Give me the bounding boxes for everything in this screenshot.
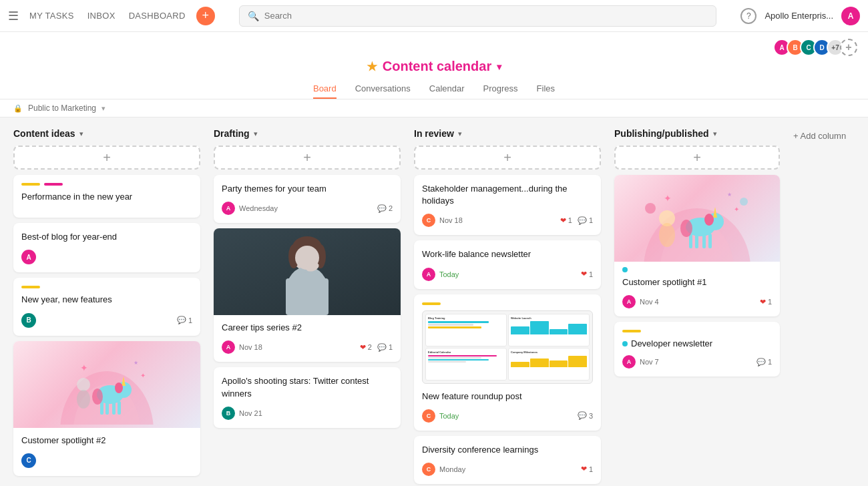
comment-count: 3 bbox=[589, 412, 593, 420]
card-customer-spotlight-1[interactable]: ✦ ✦ ★ bbox=[614, 175, 780, 316]
add-card-publishing[interactable]: + bbox=[614, 146, 780, 170]
card-party-themes[interactable]: Party themes for your team A Wednesday 💬… bbox=[214, 175, 401, 223]
card-content: Customer spotlight #2 C bbox=[13, 428, 200, 476]
svg-text:★: ★ bbox=[727, 192, 732, 198]
add-card-drafting[interactable]: + bbox=[214, 146, 401, 170]
card-footer: A Nov 7 💬 1 bbox=[622, 355, 772, 369]
svg-point-35 bbox=[680, 220, 692, 237]
person-photo bbox=[214, 228, 401, 315]
help-button[interactable]: ? bbox=[740, 8, 756, 24]
project-chevron[interactable]: ▾ bbox=[497, 61, 501, 72]
card-avatar: A bbox=[622, 355, 636, 369]
card-footer: C bbox=[21, 453, 192, 468]
svg-point-9 bbox=[115, 383, 123, 393]
nav-dashboard[interactable]: DASHBOARD bbox=[129, 11, 186, 21]
card-actions: 💬 3 bbox=[578, 411, 593, 420]
project-name: Content calendar bbox=[383, 59, 491, 74]
star-icon: ★ bbox=[367, 59, 377, 74]
card-shooting-stars[interactable]: Apollo's shooting stars: Twitter contest… bbox=[214, 367, 401, 427]
tab-progress[interactable]: Progress bbox=[483, 79, 518, 99]
svg-text:✦: ✦ bbox=[80, 362, 88, 373]
card-customer-spotlight-2[interactable]: ✦ ✦ ★ Customer spotlight #2 C bbox=[13, 341, 200, 476]
svg-text:★: ★ bbox=[134, 360, 138, 366]
column-content-ideas: Content ideas ▾ + Performance in the new… bbox=[13, 128, 200, 476]
add-card-content-ideas[interactable]: + bbox=[13, 146, 200, 170]
heart-count: 1 bbox=[589, 465, 593, 473]
card-date: Nov 7 bbox=[640, 358, 659, 366]
column-header-publishing: Publishing/published ▾ bbox=[614, 128, 780, 139]
member-avatars: A B C D +7 + bbox=[777, 39, 857, 56]
card-meta: C Nov 18 bbox=[422, 214, 463, 227]
project-title: ★ Content calendar ▾ bbox=[367, 59, 501, 74]
comment-count: 2 bbox=[389, 204, 393, 212]
card-developer-newsletter[interactable]: Developer newsletter A Nov 7 💬 1 bbox=[614, 322, 780, 377]
user-avatar[interactable]: A bbox=[841, 7, 860, 25]
card-worklife[interactable]: Work-life balance newsletter A Today ❤ 1 bbox=[414, 240, 601, 288]
tab-board[interactable]: Board bbox=[313, 79, 337, 99]
add-column-label: + Add column bbox=[793, 131, 846, 141]
card-new-year-features[interactable]: New year, new features B 💬 1 bbox=[13, 278, 200, 335]
card-title-stakeholder: Stakeholder management...during the holi… bbox=[422, 183, 593, 207]
column-chevron-publishing[interactable]: ▾ bbox=[713, 130, 717, 138]
card-actions: 💬 1 bbox=[756, 358, 772, 367]
project-header: A B C D +7 + ★ Content calendar ▾ Board … bbox=[0, 32, 868, 99]
nav-my-tasks[interactable]: MY TASKS bbox=[29, 11, 74, 21]
tab-conversations[interactable]: Conversations bbox=[355, 79, 411, 99]
cards-content-ideas: Performance in the new year Best-of blog… bbox=[13, 175, 200, 476]
svg-point-34 bbox=[704, 214, 714, 226]
svg-point-42 bbox=[740, 198, 748, 206]
card-title-blog: Best-of blog for year-end bbox=[21, 231, 192, 243]
top-nav: ☰ MY TASKS INBOX DASHBOARD + 🔍 ? Apollo … bbox=[0, 0, 868, 32]
column-header-review: In review ▾ bbox=[414, 128, 601, 139]
card-tags bbox=[21, 286, 192, 288]
svg-rect-24 bbox=[286, 278, 329, 315]
card-hearts: ❤ 1 bbox=[560, 216, 572, 225]
card-title-features: New year, new features bbox=[21, 294, 192, 306]
dash-panel-1: Blog Training bbox=[425, 314, 507, 346]
cards-drafting: Party themes for your team A Wednesday 💬… bbox=[214, 175, 401, 428]
comment-icon: 💬 bbox=[177, 316, 186, 324]
illustration-svg: ✦ ✦ ★ bbox=[47, 344, 167, 425]
card-diversity[interactable]: Diversity conference learnings C Monday … bbox=[414, 436, 601, 484]
add-member-button[interactable]: + bbox=[840, 39, 857, 56]
card-actions: ❤ 1 bbox=[581, 270, 593, 278]
card-title-stars: Apollo's shooting stars: Twitter contest… bbox=[222, 375, 393, 399]
card-stakeholder[interactable]: Stakeholder management...during the holi… bbox=[414, 175, 601, 235]
card-performance[interactable]: Performance in the new year bbox=[13, 175, 200, 218]
heart-count: 1 bbox=[589, 270, 593, 278]
column-in-review: In review ▾ + Stakeholder management...d… bbox=[414, 128, 601, 484]
nav-right: ? Apollo Enterpris... A bbox=[740, 7, 860, 25]
card-comments: 💬 1 bbox=[756, 358, 772, 367]
card-actions: 💬 2 bbox=[377, 204, 393, 213]
comment-icon: 💬 bbox=[377, 343, 387, 352]
card-date: Nov 21 bbox=[239, 409, 262, 417]
tab-calendar[interactable]: Calendar bbox=[429, 79, 465, 99]
menu-icon[interactable]: ☰ bbox=[8, 9, 19, 23]
card-career-tips[interactable]: Career tips series #2 A Nov 18 ❤ 2 bbox=[214, 228, 401, 362]
tab-files[interactable]: Files bbox=[537, 79, 555, 99]
search-input[interactable] bbox=[264, 11, 708, 21]
cards-review: Stakeholder management...during the holi… bbox=[414, 175, 601, 484]
card-feature-roundup[interactable]: Blog Training Website Launch bbox=[414, 294, 601, 431]
card-avatar: C bbox=[422, 463, 435, 476]
card-hearts: ❤ 2 bbox=[360, 343, 372, 352]
column-title-review: In review bbox=[414, 128, 454, 139]
comment-icon: 💬 bbox=[756, 358, 766, 367]
nav-inbox[interactable]: INBOX bbox=[87, 11, 116, 21]
column-chevron-content-ideas[interactable]: ▾ bbox=[79, 130, 83, 138]
column-header-drafting: Drafting ▾ bbox=[214, 128, 401, 139]
column-chevron-review[interactable]: ▾ bbox=[458, 130, 462, 138]
svg-rect-31 bbox=[708, 234, 712, 248]
search-icon: 🔍 bbox=[248, 11, 259, 21]
add-column-button[interactable]: + Add column bbox=[793, 128, 846, 141]
card-avatar: A bbox=[422, 268, 435, 281]
card-title-party: Party themes for your team bbox=[222, 183, 393, 195]
comment-icon: 💬 bbox=[578, 411, 587, 420]
public-chevron[interactable]: ▾ bbox=[101, 104, 105, 113]
card-best-of-blog[interactable]: Best-of blog for year-end A bbox=[13, 223, 200, 272]
status-dot bbox=[622, 267, 628, 272]
card-hearts: ❤ 1 bbox=[760, 298, 772, 306]
add-button[interactable]: + bbox=[196, 7, 215, 25]
add-card-review[interactable]: + bbox=[414, 146, 601, 170]
column-chevron-drafting[interactable]: ▾ bbox=[254, 130, 258, 138]
